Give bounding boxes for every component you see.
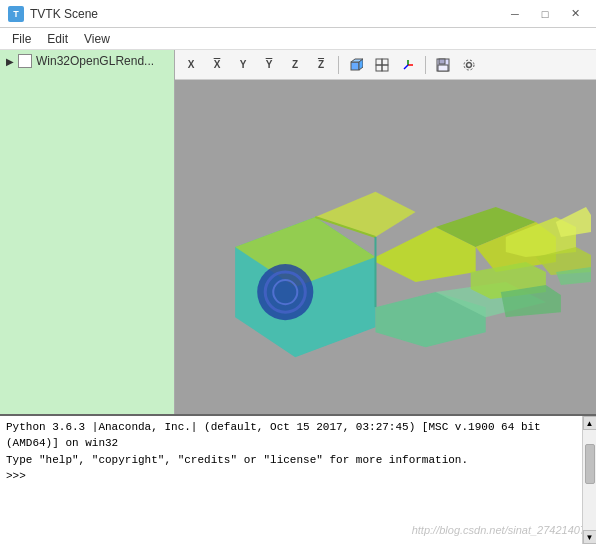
grid-btn[interactable] <box>370 54 394 76</box>
main-area: ▶ Win32OpenGLRend... X X Y Y Z Z <box>0 50 596 544</box>
3d-viewport[interactable] <box>175 80 596 414</box>
console-line-3: Type "help", "copyright", "credits" or "… <box>6 453 590 468</box>
svg-rect-3 <box>376 59 382 65</box>
toolbar-separator-1 <box>338 56 339 74</box>
sidebar-item-label: Win32OpenGLRend... <box>36 54 154 68</box>
save-btn[interactable] <box>431 54 455 76</box>
toolbar-separator-2 <box>425 56 426 74</box>
settings-btn[interactable] <box>457 54 481 76</box>
window-title: TVTK Scene <box>30 7 98 21</box>
svg-rect-0 <box>351 62 359 70</box>
sidebar-item[interactable]: ▶ Win32OpenGLRend... <box>0 50 174 72</box>
toolbar: X X Y Y Z Z <box>175 50 596 80</box>
content-area: ▶ Win32OpenGLRend... X X Y Y Z Z <box>0 50 596 414</box>
svg-point-14 <box>464 60 474 70</box>
console-line-2: (AMD64)] on win32 <box>6 436 590 451</box>
close-button[interactable]: ✕ <box>562 4 588 24</box>
menu-edit[interactable]: Edit <box>39 30 76 48</box>
console-prompt: >>> <box>6 469 590 484</box>
tree-arrow-icon: ▶ <box>6 56 14 67</box>
console-area: Python 3.6.3 |Anaconda, Inc.| (default, … <box>0 414 596 544</box>
cube-btn[interactable] <box>344 54 368 76</box>
svg-rect-5 <box>376 65 382 71</box>
tree-node-icon <box>18 54 32 68</box>
y-axis-btn[interactable]: Y <box>231 54 255 76</box>
x-axis-btn[interactable]: X <box>179 54 203 76</box>
z-axis-btn[interactable]: Z <box>283 54 307 76</box>
console-line-1: Python 3.6.3 |Anaconda, Inc.| (default, … <box>6 420 590 435</box>
title-bar: T TVTK Scene ─ □ ✕ <box>0 0 596 28</box>
svg-line-9 <box>404 65 408 69</box>
3d-scene-svg <box>175 80 596 414</box>
axes-btn[interactable] <box>396 54 420 76</box>
x-neg-btn[interactable]: X <box>205 54 229 76</box>
minimize-button[interactable]: ─ <box>502 4 528 24</box>
right-panel: X X Y Y Z Z <box>175 50 596 414</box>
scroll-down-arrow[interactable]: ▼ <box>583 530 597 544</box>
svg-rect-11 <box>439 59 445 64</box>
maximize-button[interactable]: □ <box>532 4 558 24</box>
svg-point-13 <box>467 62 472 67</box>
watermark: http://blog.csdn.net/sinat_27421407 <box>412 524 586 536</box>
svg-rect-4 <box>382 59 388 65</box>
svg-rect-12 <box>438 65 448 71</box>
title-bar-left: T TVTK Scene <box>8 6 98 22</box>
menu-bar: File Edit View <box>0 28 596 50</box>
app-icon: T <box>8 6 24 22</box>
svg-rect-6 <box>382 65 388 71</box>
menu-view[interactable]: View <box>76 30 118 48</box>
z-neg-btn[interactable]: Z <box>309 54 333 76</box>
scroll-up-arrow[interactable]: ▲ <box>583 416 597 430</box>
scroll-thumb[interactable] <box>585 444 595 484</box>
menu-file[interactable]: File <box>4 30 39 48</box>
window-controls: ─ □ ✕ <box>502 4 588 24</box>
sidebar: ▶ Win32OpenGLRend... <box>0 50 175 414</box>
console-scrollbar[interactable]: ▲ ▼ <box>582 416 596 544</box>
y-neg-btn[interactable]: Y <box>257 54 281 76</box>
